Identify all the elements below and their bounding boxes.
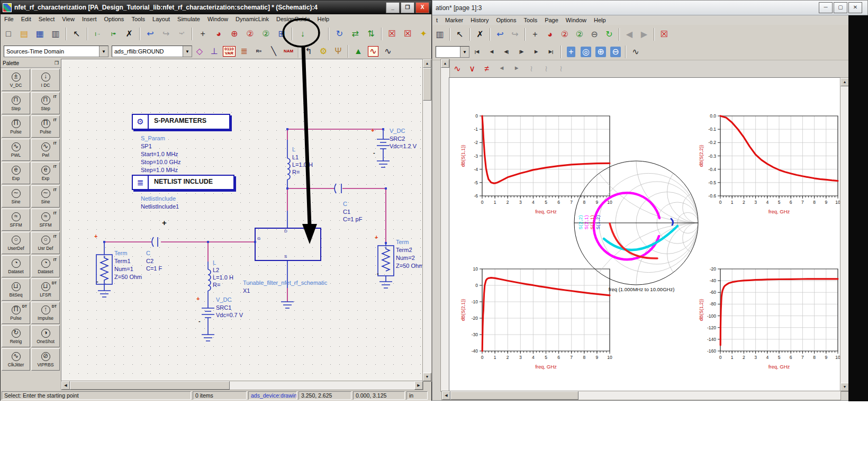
menu-file[interactable]: File [1,15,17,23]
netlist-include-block[interactable]: ≣ NETLIST INCLUDE [132,175,234,190]
palette-item-dataset[interactable]: ◔Dataset [2,255,30,277]
redo-button[interactable]: ↪ [159,26,174,42]
page-step-fwd-button[interactable]: |▶ [514,45,528,59]
pan-button[interactable]: + [195,26,210,42]
delete-button[interactable]: ✗ [473,28,487,41]
rotate-item-button[interactable]: ↻ [332,26,347,42]
maximize-button[interactable]: ▢ [834,2,847,13]
palette-item-sffm[interactable]: IT≈SFFM [31,209,60,231]
menu-page[interactable]: Page [541,16,562,24]
menu-view[interactable]: View [58,15,78,23]
save-button[interactable]: ▦ [33,26,48,42]
palette-select[interactable]: Sources-Time Domain ▼ [4,46,108,57]
insert-wire-label-button[interactable]: NAM [282,44,295,58]
insert-vee-button[interactable]: ∨ [465,62,479,76]
scroll-up-icon[interactable]: ▲ [423,59,431,68]
simulate-button[interactable]: ▲ [351,44,365,58]
palette-item-usr-def[interactable]: IT○Usr Def [31,232,60,254]
palette-item-sine[interactable]: IT∼Sine [31,185,60,208]
palette-item-step[interactable]: ⊓Step [2,92,30,114]
pop-out-of-hierarchy-button[interactable]: ↑ [311,26,326,42]
palette-item-sffm[interactable]: ≈SFFM [2,209,30,231]
tuning-button[interactable]: Ψ [331,44,345,58]
mirror-y-button[interactable]: ⇅ [364,26,378,42]
chevron-down-icon[interactable]: ▼ [99,46,108,57]
zoom-reset-button[interactable]: ⊖ [587,28,601,41]
prev-button[interactable]: ◀ [495,62,509,76]
zoom-in-button[interactable]: ⊕ [594,45,608,59]
close-button[interactable]: X [415,2,429,13]
menu-options[interactable]: Options [493,16,520,24]
palette-item-pwl[interactable]: IT∿Pwl [31,139,60,161]
undo-button[interactable]: ↩ [143,26,158,42]
menu-options[interactable]: Options [100,15,128,23]
menu-window[interactable]: Window [562,16,590,24]
chevron-down-icon[interactable]: ▼ [460,47,469,57]
zoom-area-button[interactable]: ◕ [211,26,226,42]
curve-tool-3[interactable]: ≀ [554,62,568,76]
palette-item-sine[interactable]: ∼Sine [2,185,30,208]
scroll-down-icon[interactable]: ▼ [840,383,849,391]
insert-pin-button[interactable]: |→ [91,26,105,42]
page-forward-button[interactable]: ▶ [637,28,651,41]
deactivate-component-button[interactable]: ☒ [385,26,400,42]
palette-item-vtprbs[interactable]: ⊘VtPRBS [31,348,60,371]
menu-insert[interactable]: Insert [78,15,101,23]
zoom-out-2-button[interactable]: ② [573,28,586,41]
page-back-button[interactable]: ◀ [622,28,636,41]
palette-item-pulse[interactable]: DTΠPulse [2,302,30,324]
canvas-horizontal-scrollbar[interactable]: ◀ ▶ [61,381,423,390]
palette-item-dataset[interactable]: IT◔Dataset [31,255,60,277]
maximize-button[interactable]: ❐ [401,2,414,13]
tune-parameters-button[interactable]: ✦ [416,26,431,42]
zoom-in-2-button[interactable]: ② [558,28,572,41]
scroll-up-icon[interactable]: ▲ [840,78,849,86]
trace-type-select[interactable]: ▼ [436,46,469,58]
display-template-button[interactable]: ∿ [366,44,380,58]
pan-button[interactable]: + [528,28,542,41]
refresh-button[interactable]: ↻ [602,28,616,41]
menu-help[interactable]: Help [314,15,333,23]
menu-window[interactable]: Window [204,15,232,23]
open-folder-button[interactable]: ▤ [17,26,32,42]
zoom-out-2-button[interactable]: ② [258,26,273,42]
page-horizontal-scrollbar[interactable]: ◀ [441,391,841,400]
insert-wave-button[interactable]: ∿ [450,62,464,76]
palette-item-impulse[interactable]: DT↑Impulse [31,302,60,324]
zoom-in-button[interactable]: ⊕ [227,26,242,42]
minimize-button[interactable]: ─ [819,2,833,13]
palette-item-pulse[interactable]: ΠPulse [2,115,30,138]
page-first-button[interactable]: |◀ [470,45,484,59]
scrollbar-thumb[interactable] [450,391,578,400]
simulation-settings-button[interactable]: ⚙ [317,44,330,58]
page-last-button[interactable]: ▶| [544,45,558,59]
print-button[interactable]: ▥ [433,28,447,41]
palette-item-v-dc[interactable]: ±V_DC [2,69,30,91]
fit-view-button[interactable]: + [564,45,578,59]
palette-item-exp[interactable]: ITeExp [31,162,60,184]
menu-layout[interactable]: Layout [149,15,174,23]
page-next-button[interactable]: ▶ [529,45,543,59]
insert-wire-button[interactable]: ╲ [267,44,281,58]
curve-tool-2[interactable]: ≀ [539,62,553,76]
cursor-tool[interactable]: ↖ [69,26,84,42]
palette-item-userdef[interactable]: ○UserDef [2,232,30,254]
delete-button[interactable]: ✗ [122,26,137,42]
sparams-block[interactable]: ⚙ S-PARAMETERS [132,114,230,130]
page-step-back-button[interactable]: ◀| [500,45,513,59]
menu-tools[interactable]: Tools [128,15,149,23]
palette-item-retrig[interactable]: ↻Retrig [2,325,30,347]
zoom-in-2-button[interactable]: ② [243,26,258,42]
insert-port-button[interactable]: ◇ [193,44,206,58]
palette-item-oneshot[interactable]: ◑OneShot [31,325,60,347]
cursor-tool[interactable]: ↖ [453,28,467,41]
palette-item-exp[interactable]: eExp [2,162,30,184]
delete-plot-button[interactable]: ☒ [657,28,671,41]
goto-hierarchy-button[interactable]: ↰ [302,44,315,58]
push-into-hierarchy-button[interactable]: ↓ [295,26,310,42]
palette-item-pulse[interactable]: ITΠPulse [31,115,60,138]
zoom-select-button[interactable]: ⊞ [274,26,289,42]
component-select[interactable]: ads_rflib:GROUND ▼ [112,46,192,57]
menu-simulate[interactable]: Simulate [174,15,204,23]
schematic-canvas[interactable]: ⚙ S-PARAMETERS ≣ NETLIST INCLUDE S_Param… [61,59,423,382]
